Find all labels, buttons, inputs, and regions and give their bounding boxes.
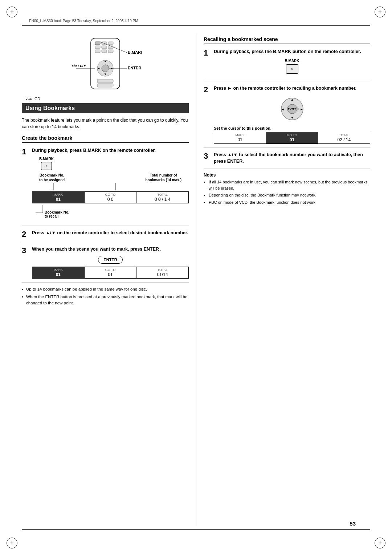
mark2-header: MARK [34,268,82,272]
recall-heading: Recalling a bookmarked scene [204,36,370,44]
right-step-3-text: Press ▲/▼ to select the bookmark number … [214,151,370,165]
bullet-1: Up to 14 bookmarks can be applied in the… [22,286,189,292]
bookmark-table-1: MARK 01 GO TO 0 0 TOTAL 0 0 / 1 4 [32,191,189,203]
total-header: TOTAL [139,193,186,197]
bookmark-diagram-1: Bookmark No.to be assigned Total number … [32,173,189,218]
right-column: Recalling a bookmarked scene 1 During pl… [196,33,370,526]
callout-bookmark-no-assign: Bookmark No.to be assigned [39,173,65,182]
set-cursor-text: Set the cursor to this position. [214,126,370,130]
mark2-value: 01 [56,272,61,277]
two-columns: ▲ ▼ ◄ ► B.MARK ENTER ◄/►/▲/▼ [22,33,370,526]
mark-value: 01 [56,197,61,202]
left-column: ▲ ▼ ◄ ► B.MARK ENTER ◄/►/▲/▼ [22,33,196,526]
svg-rect-17 [97,79,113,83]
step-3-content: When you reach the scene you want to mar… [32,246,189,279]
nav-illustration: ENTER ▲ ▼ ◄ ► [214,96,370,122]
step-3-text: When you reach the scene you want to mar… [32,246,189,253]
step-2-number: 2 [22,230,32,238]
remote-illustration: ▲ ▼ ◄ ► B.MARK ENTER ◄/►/▲/▼ [22,36,189,94]
corner-mark-bl [7,538,17,548]
svg-rect-8 [102,50,107,53]
svg-rect-7 [95,50,100,53]
enter-button: ENTER [98,256,122,264]
corner-mark-tr [375,7,385,17]
total-right-value: 02 / 14 [337,137,351,142]
content-area: ▲ ▼ ◄ ► B.MARK ENTER ◄/►/▲/▼ [22,33,370,526]
svg-text:◄: ◄ [281,108,284,111]
goto2-value: 01 [108,272,113,277]
goto-value: 0 0 [107,197,114,202]
goto-right-value: 01 [290,137,294,142]
svg-text:◄/►/▲/▼: ◄/►/▲/▼ [71,64,86,68]
right-step-2: 2 Press ► on the remote controller to re… [204,85,370,148]
mark-header: MARK [34,193,82,197]
vcd-cd-label: VCD CD [25,97,189,101]
file-info: EN00_L-MS30.book Page 53 Tuesday, Septem… [29,19,138,23]
callout-lines-1 [32,183,189,190]
svg-text:ENTER: ENTER [288,108,297,110]
right-step-1-content: During playback, press the B.MARK button… [214,48,370,77]
svg-text:▼: ▼ [290,116,294,119]
goto2-header: GO TO [87,268,134,272]
bookmark-table-2: MARK 01 GO TO 01 TOTAL 01/14 [32,267,189,279]
total-right-header: TOTAL [320,133,368,137]
svg-point-12 [102,65,109,72]
mark-right-value: 01 [237,137,242,142]
callout-total-number: Total number ofbookmarks (14 max.) [146,173,182,182]
total2-header: TOTAL [139,268,186,272]
corner-mark-tl [7,7,17,17]
bmark-label-right: B.MARK [285,59,299,63]
bmark-illustration-right: B.MARK ⎋ [214,59,370,74]
step-3: 3 When you reach the scene you want to m… [22,246,189,283]
mark-right-header: MARK [216,133,264,137]
right-step-1-text: During playback, press the B.MARK button… [214,48,370,55]
svg-rect-6 [108,46,113,49]
intro-text: The bookmark feature lets you mark a poi… [22,117,189,130]
corner-mark-br [375,538,385,548]
svg-text:►: ► [110,67,113,70]
step-3-number: 3 [22,246,32,279]
nav-buttons-svg: ENTER ▲ ▼ ◄ ► [274,96,310,122]
svg-rect-9 [108,50,113,53]
page-border-top [22,25,370,26]
notes-title: Notes [204,173,370,178]
right-step-1-number: 1 [204,48,214,77]
page-border-bottom [22,529,370,530]
goto-header: GO TO [87,193,134,197]
enter-button-illustration: ENTER [32,256,189,264]
step-2-text: Press ▲/▼ on the remote controller to se… [32,230,189,236]
step-2-content: Press ▲/▼ on the remote controller to se… [32,230,189,238]
callout-bookmark-recall: Bookmark No.to recall [45,210,189,218]
note-3: PBC on mode of VCD, the Bookmark functio… [204,199,370,206]
step-1-content: During playback, press B.MARK on the rem… [32,147,189,222]
right-step-3-content: Press ▲/▼ to select the bookmark number … [214,151,370,165]
goto-right-header: GO TO [268,133,315,137]
bmark-illustration-1: B.MARK ⎋ [39,157,189,170]
right-step-3: 3 Press ▲/▼ to select the bookmark numbe… [204,151,370,169]
step-1-number: 1 [22,147,32,222]
create-bookmark-heading: Create the bookmark [22,135,189,143]
svg-text:▼: ▼ [104,73,107,76]
svg-rect-5 [102,46,107,49]
remote-svg: ▲ ▼ ◄ ► B.MARK ENTER ◄/►/▲/▼ [69,36,142,93]
right-step-1: 1 During playback, press the B.MARK butt… [204,48,370,81]
total-value: 0 0 / 1 4 [155,197,170,202]
total2-value: 01/14 [157,272,168,277]
notes-list: If all 14 bookmarks are in use, you can … [204,179,370,205]
svg-rect-4 [95,46,100,49]
section-title: Using Bookmarks [22,103,189,113]
svg-text:B.MARK: B.MARK [128,50,142,54]
step-1: 1 During playback, press B.MARK on the r… [22,147,189,226]
bookmark-table-right: MARK 01 GO TO 01 TOTAL 02 / 14 [214,132,370,144]
notes-section: Notes If all 14 bookmarks are in use, yo… [204,173,370,205]
cd-label: CD [34,97,40,101]
svg-text:ENTER: ENTER [128,66,141,70]
svg-text:▲: ▲ [290,98,294,101]
svg-rect-10 [95,42,100,45]
right-step-2-text: Press ► on the remote controller to reca… [214,85,370,92]
right-step-2-number: 2 [204,85,214,144]
right-step-3-number: 3 [204,151,214,165]
bmark-label-1: B.MARK [39,157,54,161]
note-1: If all 14 bookmarks are in use, you can … [204,179,370,191]
bullet-2: When the ENTER button is pressed at a pr… [22,294,189,307]
